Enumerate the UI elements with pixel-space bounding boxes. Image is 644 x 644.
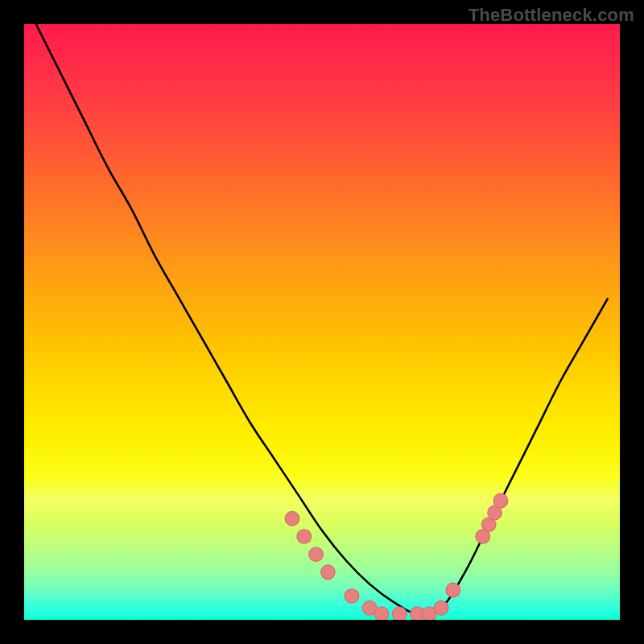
marker-dot — [392, 607, 407, 620]
marker-group — [285, 493, 508, 620]
bottleneck-curve — [36, 24, 608, 614]
chart-frame: TheBottleneck.com — [0, 0, 644, 644]
marker-dot — [493, 493, 508, 508]
marker-dot — [446, 583, 460, 597]
marker-dot — [285, 511, 299, 526]
marker-dot — [434, 601, 448, 615]
marker-dot — [309, 547, 324, 562]
plot-area — [24, 24, 620, 620]
curve-layer — [24, 24, 620, 620]
marker-dot — [345, 589, 359, 604]
watermark-text: TheBottleneck.com — [469, 5, 634, 26]
marker-dot — [297, 530, 312, 544]
marker-dot — [321, 565, 336, 580]
marker-dot — [374, 607, 389, 620]
